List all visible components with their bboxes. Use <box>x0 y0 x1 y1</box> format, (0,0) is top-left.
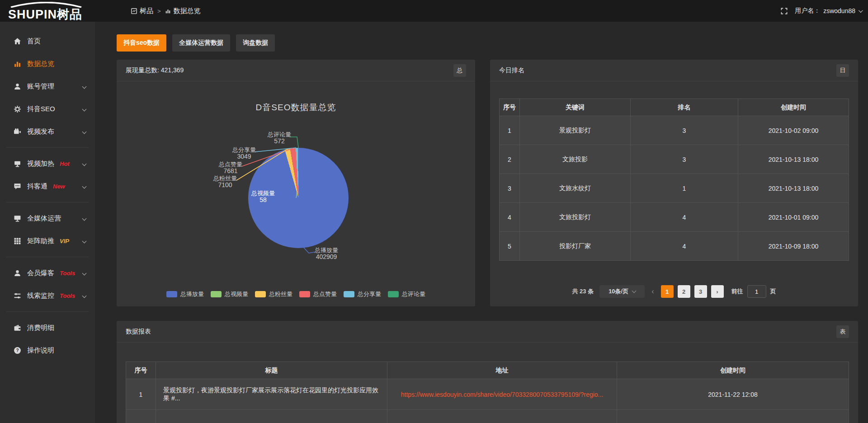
next-page-button[interactable]: › <box>711 285 724 298</box>
sidebar-item-data-overview[interactable]: 数据总览 <box>0 52 95 75</box>
person-icon <box>14 269 21 277</box>
tab-media-operation-data[interactable]: 全媒体运营数据 <box>172 34 230 52</box>
data-tabs: 抖音seo数据 全媒体运营数据 询盘数据 <box>117 34 275 52</box>
page-button-1[interactable]: 1 <box>661 285 674 298</box>
new-badge: New <box>53 183 65 190</box>
video-camera-icon <box>14 128 21 136</box>
pie-label-fans: 总粉丝量7100 <box>203 175 248 188</box>
main-content: 抖音seo数据 全媒体运营数据 询盘数据 展现量总数: 421,369 总 D音… <box>95 22 868 423</box>
report-panel: 数据报表 表 序号 标题 地址 创建时间 <box>117 321 858 423</box>
goto-label: 前往 <box>731 287 743 296</box>
legend-item[interactable]: 总分享量 <box>344 290 381 298</box>
sidebar-item-doukerton[interactable]: 抖客通 New <box>0 175 95 197</box>
breadcrumb-home[interactable]: 树品 <box>131 7 153 15</box>
total-badge-button[interactable]: 总 <box>453 64 466 77</box>
legend-item[interactable]: 总评论量 <box>388 290 425 298</box>
wallet-icon <box>14 324 21 332</box>
sidebar-divider <box>6 257 89 257</box>
topbar: SHUPIN树品 树品 > 数据总览 <box>0 0 868 22</box>
table-row: 4文旅投影灯42021-10-01 09:00 <box>500 203 849 232</box>
tools-badge: Tools <box>60 270 75 277</box>
tab-douyin-seo-data[interactable]: 抖音seo数据 <box>117 34 166 52</box>
sidebar-item-home[interactable]: 首页 <box>0 30 95 52</box>
sidebar-item-clue-monitor[interactable]: 线索监控 Tools <box>0 284 95 307</box>
user-icon <box>14 83 21 90</box>
table-badge-button[interactable]: 表 <box>836 325 849 338</box>
sidebar-divider <box>6 311 89 312</box>
page-button-2[interactable]: 2 <box>678 285 690 298</box>
chart-panel-header: 展现量总数: 421,369 总 <box>117 60 475 81</box>
chart-legend: 总播放量 总视频量 总粉丝量 总点赞量 总分享量 总评论量 <box>117 290 475 298</box>
breadcrumb-label: 树品 <box>140 7 153 15</box>
legend-swatch <box>388 291 399 297</box>
sidebar-divider <box>6 202 89 202</box>
day-badge-button[interactable]: 日 <box>836 64 849 77</box>
sidebar-item-help[interactable]: ? 操作说明 <box>0 339 95 362</box>
legend-swatch <box>344 291 354 297</box>
sidebar-item-member-tools[interactable]: 会员爆客 Tools <box>0 262 95 284</box>
col-url: 地址 <box>387 362 617 379</box>
sidebar-item-video-heat[interactable]: 视频加热 Hot <box>0 152 95 175</box>
gear-icon <box>14 105 21 113</box>
pagination: 共 23 条 10条/页 ‹ 1 2 3 › 前往 页 <box>490 285 858 298</box>
sliders-icon <box>14 292 21 300</box>
tv-heat-icon <box>14 160 21 168</box>
col-rank: 排名 <box>631 99 738 116</box>
col-index: 序号 <box>126 362 156 379</box>
fullscreen-icon[interactable] <box>781 8 788 14</box>
chevron-down-icon <box>82 271 87 275</box>
logo-text: SHUPIN树品 <box>8 6 82 23</box>
sidebar-item-account[interactable]: 账号管理 <box>0 75 95 98</box>
sidebar-item-douyin-seo[interactable]: 抖音SEO <box>0 98 95 120</box>
chevron-down-icon <box>82 161 87 166</box>
page-button-3[interactable]: 3 <box>694 285 707 298</box>
pie-label-plays: 总播放量402909 <box>304 247 349 260</box>
chevron-down-icon <box>82 107 87 111</box>
legend-item[interactable]: 总播放量 <box>166 290 204 298</box>
home-icon <box>14 38 21 45</box>
sidebar-item-matrix-boost[interactable]: 矩阵助推 VIP <box>0 230 95 252</box>
breadcrumb-current[interactable]: 数据总览 <box>165 7 201 15</box>
video-url-link[interactable]: https://www.iesdouyin.com/share/video/70… <box>401 391 604 398</box>
table-row: 2文旅投影32021-10-13 18:00 <box>500 145 849 174</box>
chevron-down-icon <box>82 129 87 134</box>
sidebar-item-video-publish[interactable]: 视频发布 <box>0 120 95 143</box>
grid-icon <box>14 237 21 245</box>
col-keyword: 关键词 <box>520 99 631 116</box>
table-row <box>126 410 849 423</box>
sidebar: 首页 数据总览 账号管理 抖音SEO 视频发布 视频加热 Hot <box>0 22 95 423</box>
legend-item[interactable]: 总视频量 <box>211 290 248 298</box>
ranking-title: 今日排名 <box>499 66 524 75</box>
table-row: 1景观投影灯32021-10-02 09:00 <box>500 116 849 145</box>
breadcrumb-separator: > <box>157 8 161 14</box>
ranking-table: 序号 关键词 排名 创建时间 1景观投影灯32021-10-02 09:00 2… <box>499 99 849 261</box>
table-header-row: 序号 关键词 排名 创建时间 <box>500 99 849 116</box>
grid-icon <box>131 8 137 14</box>
prev-page-button[interactable]: ‹ <box>649 287 656 296</box>
tools-badge: Tools <box>60 292 75 299</box>
chevron-down-icon <box>632 289 637 293</box>
report-title: 数据报表 <box>126 328 151 336</box>
legend-swatch <box>255 291 266 297</box>
sidebar-item-media-operation[interactable]: 全媒体运营 <box>0 207 95 230</box>
user-menu[interactable]: 用户名：zswodun88 <box>795 7 862 15</box>
sidebar-item-expense-detail[interactable]: 消费明细 <box>0 316 95 339</box>
report-panel-header: 数据报表 表 <box>117 321 858 343</box>
legend-swatch <box>211 291 222 297</box>
table-header-row: 序号 标题 地址 创建时间 <box>126 362 849 379</box>
page-size-select[interactable]: 10条/页 <box>599 285 645 298</box>
table-row: 1 景观投影灯，夜游景观投影灯厂家展示展示落花灯在花园里的灯光投影应用效果 #.… <box>126 379 849 410</box>
breadcrumb-label: 数据总览 <box>174 7 201 15</box>
pie-label-shares: 总分享量3049 <box>222 146 267 160</box>
chevron-down-icon <box>82 84 87 89</box>
video-title-cell: 景观投影灯，夜游景观投影灯厂家展示展示落花灯在花园里的灯光投影应用效果 #... <box>156 379 387 410</box>
tab-inquiry-data[interactable]: 询盘数据 <box>236 34 275 52</box>
chevron-down-icon <box>82 216 87 221</box>
legend-item[interactable]: 总粉丝量 <box>255 290 292 298</box>
username-label: 用户名： <box>795 7 820 15</box>
goto-page-input[interactable] <box>747 285 766 298</box>
bar-chart-icon <box>165 8 171 14</box>
legend-item[interactable]: 总点赞量 <box>299 290 337 298</box>
chevron-down-icon <box>82 239 87 243</box>
report-table: 序号 标题 地址 创建时间 1 景观投影灯，夜游景观投影灯厂家展示展示落花灯在花… <box>126 362 849 423</box>
